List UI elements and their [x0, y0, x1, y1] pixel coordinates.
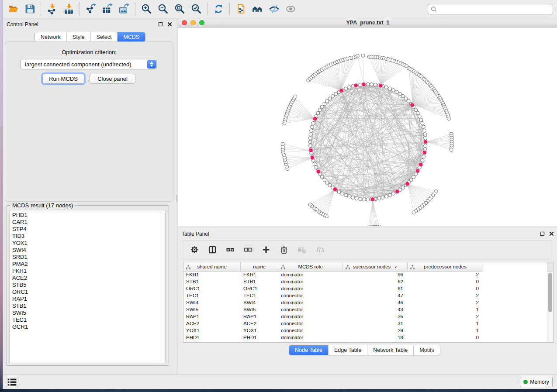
- zoom-out-button[interactable]: [155, 1, 171, 17]
- delete-columns-button[interactable]: [279, 244, 289, 255]
- table-row[interactable]: PHD1PHD1dominator180: [183, 334, 553, 341]
- mcds-node-item[interactable]: STB1: [12, 303, 165, 309]
- network-node[interactable]: [388, 193, 392, 197]
- column-header-MCDS-role[interactable]: MCDS role: [278, 262, 343, 272]
- mcds-node-item[interactable]: SWI4: [12, 247, 165, 254]
- mcds-hub-node[interactable]: [316, 169, 321, 174]
- mcds-node-item[interactable]: RAP1: [12, 296, 165, 303]
- network-node[interactable]: [418, 115, 421, 118]
- network-node[interactable]: [412, 175, 415, 179]
- table-scrollbar[interactable]: [547, 272, 553, 342]
- mcds-hub-node[interactable]: [339, 89, 343, 93]
- close-panel-icon[interactable]: [167, 21, 172, 26]
- network-node[interactable]: [320, 105, 324, 109]
- network-node[interactable]: [423, 133, 427, 136]
- mcds-hub-node[interactable]: [423, 140, 428, 144]
- table-row[interactable]: TEC1TEC1connector472: [183, 292, 553, 299]
- network-node[interactable]: [325, 181, 329, 184]
- column-header-shared-name[interactable]: shared name: [183, 262, 241, 272]
- network-node[interactable]: [421, 158, 424, 162]
- network-node[interactable]: [381, 196, 384, 199]
- network-node[interactable]: [391, 192, 395, 195]
- tab-network-table[interactable]: Network Table: [367, 345, 414, 355]
- hide-selected-button[interactable]: [266, 1, 282, 17]
- table-row[interactable]: STB1STB1dominator620: [183, 279, 553, 285]
- network-node[interactable]: [348, 86, 351, 89]
- import-network-button[interactable]: [44, 1, 60, 17]
- result-list-scrollbar[interactable]: [160, 211, 165, 362]
- tab-mcds[interactable]: MCDS: [118, 32, 145, 41]
- network-node[interactable]: [308, 144, 312, 148]
- mcds-node-item[interactable]: SWI5: [12, 309, 165, 316]
- network-node[interactable]: [355, 196, 358, 200]
- network-node[interactable]: [334, 92, 338, 96]
- network-leaf-node[interactable]: [294, 95, 297, 98]
- create-column-button[interactable]: [261, 244, 271, 255]
- show-columns-button[interactable]: [207, 244, 218, 255]
- deselect-all-rows-button[interactable]: [243, 244, 253, 255]
- task-history-button[interactable]: [6, 377, 18, 387]
- mcds-hub-node[interactable]: [419, 162, 423, 167]
- export-image-button[interactable]: [116, 1, 132, 17]
- network-node[interactable]: [328, 97, 332, 100]
- network-node[interactable]: [395, 90, 398, 94]
- float-panel-icon[interactable]: [158, 21, 163, 26]
- show-hidden-button[interactable]: [282, 1, 299, 17]
- zoom-in-button[interactable]: [138, 1, 155, 17]
- mcds-node-item[interactable]: SRD1: [12, 254, 165, 261]
- mcds-hub-node[interactable]: [370, 197, 375, 202]
- mcds-hub-node[interactable]: [362, 83, 366, 87]
- zoom-selected-button[interactable]: [188, 1, 204, 17]
- float-table-panel-icon[interactable]: [540, 231, 545, 236]
- network-leaf-node[interactable]: [356, 54, 360, 58]
- network-node[interactable]: [318, 108, 322, 112]
- table-row[interactable]: YOX1YOX1connector291: [183, 327, 553, 334]
- mcds-node-item[interactable]: CAR1: [12, 219, 165, 226]
- mcds-result-list[interactable]: PHD1CAR1STP4TID3YOX1SWI4SRD1PMA2FKH1ACE2…: [9, 210, 166, 363]
- mcds-node-item[interactable]: TID3: [12, 233, 165, 240]
- mcds-hub-node[interactable]: [378, 83, 383, 88]
- run-mcds-button[interactable]: Run MCDS: [42, 74, 84, 84]
- network-node[interactable]: [422, 125, 426, 129]
- network-leaf-node[interactable]: [308, 203, 312, 206]
- new-network-from-selection-button[interactable]: [232, 1, 249, 17]
- network-node[interactable]: [323, 102, 326, 106]
- network-node[interactable]: [377, 196, 381, 200]
- memory-button[interactable]: Memory: [520, 377, 553, 387]
- table-row[interactable]: SWI5SWI5connector431: [183, 306, 553, 313]
- tab-network[interactable]: Network: [35, 32, 67, 41]
- network-node[interactable]: [328, 183, 332, 187]
- network-leaf-node[interactable]: [412, 211, 415, 214]
- network-node[interactable]: [401, 94, 405, 98]
- mcds-node-item[interactable]: ORC1: [12, 289, 165, 296]
- network-leaf-node[interactable]: [361, 54, 365, 57]
- table-row[interactable]: RAP1RAP1dominator352: [183, 313, 553, 320]
- table-scrollbar-thumb[interactable]: [548, 273, 552, 312]
- network-node[interactable]: [398, 92, 401, 96]
- tab-select[interactable]: Select: [91, 32, 118, 41]
- mcds-hub-node[interactable]: [422, 150, 427, 155]
- mcds-hub-node[interactable]: [405, 182, 410, 186]
- mcds-node-item[interactable]: GCR1: [12, 323, 165, 330]
- table-row[interactable]: ORC1ORC1dominator610: [183, 285, 553, 292]
- network-node[interactable]: [337, 190, 341, 193]
- network-node[interactable]: [309, 133, 312, 136]
- tab-motifs[interactable]: Motifs: [414, 345, 439, 355]
- table-row[interactable]: ACE2ACE2connector311: [183, 320, 553, 327]
- save-session-button[interactable]: [21, 1, 38, 17]
- network-leaf-node[interactable]: [450, 148, 453, 151]
- import-table-button[interactable]: [60, 1, 77, 17]
- table-row[interactable]: SWI4SWI4dominator462: [183, 299, 553, 306]
- network-node[interactable]: [311, 122, 315, 125]
- export-table-button[interactable]: [99, 1, 116, 17]
- criterion-select[interactable]: largest connected component (undirected): [21, 59, 157, 69]
- mcds-node-item[interactable]: STP4: [12, 226, 165, 233]
- network-canvas[interactable]: [178, 28, 557, 244]
- network-node[interactable]: [407, 100, 410, 103]
- mcds-hub-node[interactable]: [410, 103, 415, 107]
- network-node[interactable]: [421, 122, 424, 125]
- mcds-hub-node[interactable]: [354, 83, 358, 88]
- mcds-hub-node[interactable]: [309, 148, 313, 152]
- network-node[interactable]: [424, 136, 427, 140]
- network-node[interactable]: [362, 198, 366, 201]
